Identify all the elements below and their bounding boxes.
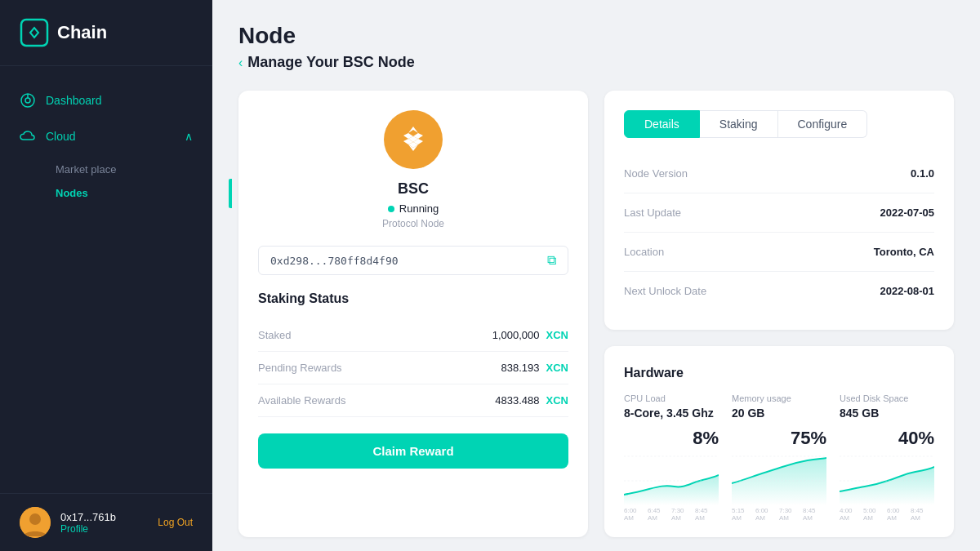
detail-row-3: Next Unlock Date 2022-08-01 [624, 272, 934, 310]
sidebar-item-nodes[interactable]: Nodes [46, 181, 98, 205]
disk-x3: 8:45 AM [911, 507, 934, 522]
copy-icon[interactable]: ⧉ [547, 253, 556, 268]
cpu-x1: 6:45 AM [648, 507, 671, 522]
address-box: 0xd298...780ff8d4f90 ⧉ [258, 246, 568, 275]
right-column: Details Staking Configure Node Version 0… [604, 91, 954, 537]
detail-row-1: Last Update 2022-07-05 [624, 193, 934, 233]
staking-value-group-0: 1,000,000 XCN [492, 329, 568, 341]
xcn-badge-0: XCN [546, 329, 568, 341]
svg-point-2 [25, 98, 30, 103]
profile-link[interactable]: Profile [60, 523, 148, 535]
cloud-icon [20, 128, 36, 144]
node-name: BSC [398, 180, 429, 198]
cpu-chart-svg [624, 452, 719, 505]
staking-label-2: Available Rewards [258, 394, 345, 407]
disk-subtitle: 845 GB [840, 407, 934, 420]
sidebar-footer: 0x17...761b Profile Log Out [0, 493, 212, 551]
detail-value-2: Toronto, CA [874, 246, 934, 258]
dashboard-icon [20, 92, 36, 109]
staking-value-group-2: 4833.488 XCN [495, 394, 568, 407]
hw-disk: Used Disk Space 845 GB 40% [840, 393, 934, 518]
memory-chart: 5:15 AM 6:00 AM 7:30 AM 8:45 AM [732, 452, 826, 518]
staking-row-0: Staked 1,000,000 XCN [258, 319, 568, 352]
node-type: Protocol Node [382, 218, 444, 229]
detail-label-2: Location [624, 246, 664, 258]
cloud-submenu: Market place Nodes [0, 154, 212, 208]
memory-chart-svg [732, 452, 826, 505]
details-card: Details Staking Configure Node Version 0… [604, 91, 954, 330]
disk-label: Used Disk Space [840, 393, 934, 403]
mem-x0: 5:15 AM [732, 507, 755, 522]
staking-value-1: 838.193 [501, 362, 540, 374]
mem-x2: 7:30 AM [779, 507, 803, 522]
staking-value-group-1: 838.193 XCN [501, 362, 568, 374]
cpu-label: CPU Load [624, 393, 719, 403]
cpu-chart: 6:00 AM 6:45 AM 7:30 AM 8:45 AM [624, 452, 719, 518]
tab-staking[interactable]: Staking [700, 110, 778, 138]
detail-label-0: Node Version [624, 167, 688, 180]
cpu-subtitle: 8-Core, 3.45 Ghz [624, 407, 719, 420]
page-title: Node [238, 23, 954, 49]
staking-value-2: 4833.488 [495, 394, 539, 407]
logout-button[interactable]: Log Out [158, 517, 193, 528]
memory-subtitle: 20 GB [732, 407, 826, 420]
cpu-x0: 6:00 AM [624, 507, 648, 522]
dashboard-label: Dashboard [46, 94, 102, 107]
hw-memory: Memory usage 20 GB 75% [732, 393, 826, 518]
detail-value-3: 2022-08-01 [880, 285, 935, 297]
detail-value-0: 0.1.0 [911, 167, 934, 180]
staking-value-0: 1,000,000 [492, 329, 540, 341]
app-name: Chain [57, 22, 107, 43]
sidebar: Chain Dashboard Cloud ∧ Market place [0, 0, 212, 551]
sidebar-item-marketplace[interactable]: Market place [46, 158, 212, 181]
mem-x1: 6:00 AM [755, 507, 779, 522]
address-text: 0xd298...780ff8d4f90 [270, 255, 541, 267]
bsc-logo-icon [395, 122, 431, 158]
detail-row-2: Location Toronto, CA [624, 233, 934, 272]
svg-marker-6 [408, 127, 418, 133]
mem-x3: 8:45 AM [803, 507, 826, 522]
hardware-title: Hardware [624, 366, 934, 380]
hardware-grid: CPU Load 8-Core, 3.45 Ghz 8% [624, 393, 934, 518]
node-status: Running [388, 202, 439, 215]
user-address: 0x17...761b [60, 511, 148, 523]
cpu-x2: 7:30 AM [671, 507, 695, 522]
user-avatar [20, 507, 51, 538]
node-logo [384, 110, 443, 169]
main-content: Node ‹ Manage Your BSC Node BSC [212, 0, 980, 551]
content-grid: BSC Running Protocol Node 0xd298...780ff… [238, 91, 954, 537]
hardware-card: Hardware CPU Load 8-Core, 3.45 Ghz 8% [604, 346, 954, 537]
node-staking-card: BSC Running Protocol Node 0xd298...780ff… [238, 91, 588, 537]
avatar-image [20, 507, 51, 538]
memory-label: Memory usage [732, 393, 826, 403]
sidebar-item-cloud[interactable]: Cloud ∧ [0, 118, 212, 154]
svg-point-5 [29, 513, 41, 525]
breadcrumb-text: Manage Your BSC Node [247, 54, 414, 71]
details-tabs: Details Staking Configure [624, 110, 934, 138]
cpu-x3: 8:45 AM [695, 507, 719, 522]
cloud-label: Cloud [46, 130, 76, 143]
user-info: 0x17...761b Profile [60, 511, 148, 535]
status-dot [388, 206, 394, 212]
back-arrow-icon[interactable]: ‹ [238, 56, 243, 70]
cpu-percent: 8% [693, 428, 719, 449]
svg-rect-0 [21, 20, 47, 46]
sidebar-item-dashboard[interactable]: Dashboard [0, 82, 212, 118]
status-text: Running [399, 202, 439, 215]
staking-row-2: Available Rewards 4833.488 XCN [258, 384, 568, 417]
breadcrumb: ‹ Manage Your BSC Node [238, 54, 954, 71]
staking-label-0: Staked [258, 329, 291, 341]
claim-reward-button[interactable]: Claim Reward [258, 433, 568, 469]
detail-row-0: Node Version 0.1.0 [624, 154, 934, 193]
detail-label-3: Next Unlock Date [624, 285, 706, 297]
memory-percent: 75% [791, 428, 826, 449]
disk-chart: 4:00 AM 5:00 AM 6:00 AM 8:45 AM [840, 452, 934, 518]
disk-chart-svg [840, 452, 934, 505]
disk-x2: 6:00 AM [887, 507, 911, 522]
sidebar-nav: Dashboard Cloud ∧ Market place Nodes [0, 66, 212, 493]
tab-details[interactable]: Details [624, 110, 700, 138]
tab-configure[interactable]: Configure [778, 110, 868, 138]
chain-logo-icon [20, 18, 49, 47]
disk-x1: 5:00 AM [863, 507, 887, 522]
staking-row-1: Pending Rewards 838.193 XCN [258, 352, 568, 384]
